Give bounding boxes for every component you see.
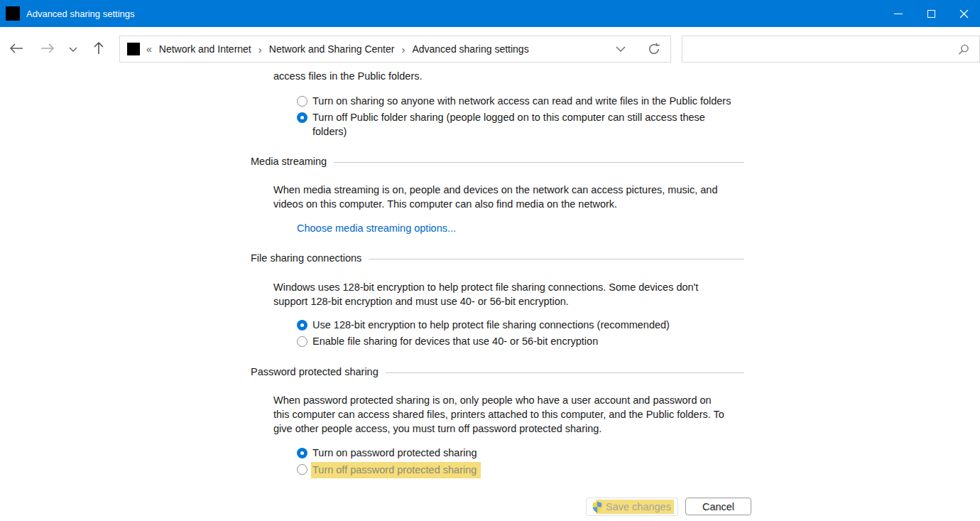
radio-label[interactable]: Turn on password protected sharing [312, 446, 477, 460]
radio-button-selected[interactable] [297, 448, 307, 458]
radio-row-use-128-bit-encryption[interactable]: Use 128-bit encryption to help protect f… [297, 318, 670, 334]
search-box[interactable] [682, 36, 980, 63]
radio-button-unselected[interactable] [297, 336, 307, 347]
radio-button-unselected[interactable] [297, 96, 307, 107]
radio-label[interactable]: Use 128-bit encryption to help protect f… [312, 318, 670, 332]
search-icon [958, 43, 970, 55]
breadcrumb-separator: › [401, 43, 405, 55]
caption-buttons [882, 0, 980, 27]
app-icon [6, 6, 20, 21]
section-rule [334, 162, 744, 163]
breadcrumb-item-network-and-internet[interactable]: Network and Internet [159, 43, 251, 55]
breadcrumb-separator: › [258, 43, 262, 55]
radio-button-selected[interactable] [297, 320, 307, 331]
choose-media-streaming-options-link[interactable]: Choose media streaming options... [297, 222, 456, 234]
window-title: Advanced sharing settings [26, 9, 134, 19]
radio-label[interactable]: Turn off Public folder sharing (people l… [312, 110, 705, 139]
radio-button-selected[interactable] [297, 112, 307, 123]
section-rule [369, 259, 744, 259]
breadcrumb-item-advanced-sharing-settings[interactable]: Advanced sharing settings [412, 43, 528, 55]
section-heading-password-protected-sharing: Password protected sharing [251, 366, 744, 377]
advanced-sharing-settings-window: Advanced sharing settings « Network and … [0, 0, 980, 521]
file-sharing-options: Use 128-bit encryption to help protect f… [297, 318, 670, 350]
save-changes-label: Save changes [606, 501, 671, 512]
minimize-icon [894, 14, 903, 14]
breadcrumb-item-network-sharing-center[interactable]: Network and Sharing Center [269, 43, 395, 55]
radio-label-highlighted[interactable]: Turn off password protected sharing [311, 462, 481, 478]
refresh-icon[interactable] [647, 42, 661, 56]
forward-button[interactable] [40, 43, 55, 54]
radio-row-turn-off-public-folder-sharing[interactable]: Turn off Public folder sharing (people l… [297, 110, 731, 139]
file-sharing-description: Windows uses 128-bit encryption to help … [273, 280, 698, 308]
section-title: Media streaming [251, 156, 327, 167]
up-button[interactable] [93, 41, 104, 55]
radio-row-turn-on-password-protected-sharing[interactable]: Turn on password protected sharing [297, 446, 481, 462]
media-streaming-description: When media streaming is on, people and d… [273, 183, 717, 211]
address-bar[interactable]: « Network and Internet › Network and Sha… [119, 36, 671, 63]
section-title: Password protected sharing [251, 366, 379, 377]
location-icon [127, 43, 140, 55]
close-icon [959, 9, 969, 18]
radio-label[interactable]: Turn on sharing so anyone with network a… [312, 94, 731, 108]
radio-row-enable-40-56-bit-encryption[interactable]: Enable file sharing for devices that use… [297, 334, 670, 350]
close-button[interactable] [947, 0, 980, 27]
navigation-toolbar: « Network and Internet › Network and Sha… [0, 27, 980, 68]
cancel-button[interactable]: Cancel [685, 498, 751, 515]
section-heading-media-streaming: Media streaming [251, 156, 744, 167]
radio-row-turn-on-public-folder-sharing[interactable]: Turn on sharing so anyone with network a… [297, 94, 731, 110]
recent-locations-dropdown[interactable] [69, 47, 77, 53]
save-changes-button[interactable]: Save changes [586, 498, 678, 516]
public-folder-description-tail: access files in the Public folders. [273, 70, 423, 82]
radio-row-turn-off-password-protected-sharing[interactable]: Turn off password protected sharing [297, 462, 481, 478]
search-input[interactable] [682, 36, 958, 62]
radio-label[interactable]: Enable file sharing for devices that use… [312, 334, 598, 348]
minimize-button[interactable] [882, 0, 915, 27]
radio-button-unselected[interactable] [297, 464, 307, 475]
uac-shield-icon [592, 501, 603, 513]
back-button[interactable] [9, 43, 24, 54]
breadcrumb-overflow-icon[interactable]: « [146, 43, 152, 55]
titlebar: Advanced sharing settings [0, 0, 980, 27]
password-sharing-description: When password protected sharing is on, o… [273, 393, 724, 436]
public-folder-sharing-options: Turn on sharing so anyone with network a… [297, 94, 731, 139]
maximize-button[interactable] [915, 0, 947, 27]
cancel-label: Cancel [702, 501, 734, 512]
maximize-icon [927, 10, 935, 18]
section-title: File sharing connections [251, 252, 361, 264]
section-heading-file-sharing-connections: File sharing connections [251, 252, 744, 264]
section-rule [386, 372, 744, 373]
address-dropdown-icon[interactable] [616, 46, 626, 53]
password-sharing-options: Turn on password protected sharing Turn … [297, 446, 481, 478]
